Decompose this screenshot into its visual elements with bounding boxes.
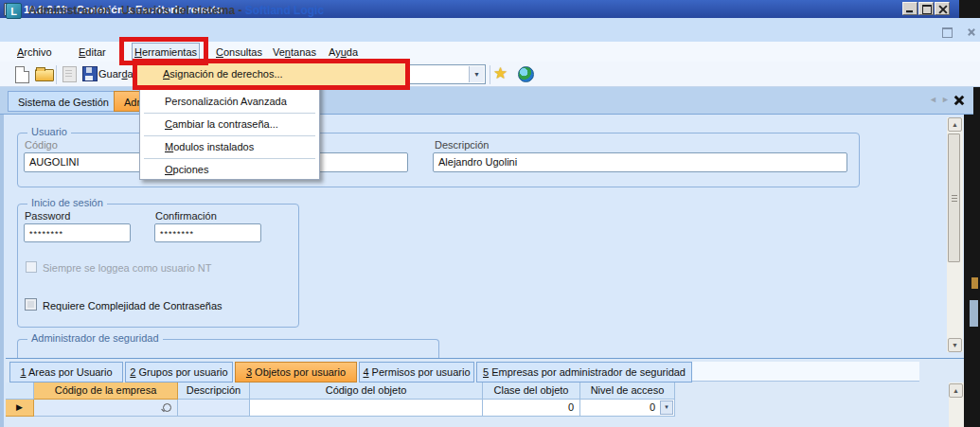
grid-header-codigo-objeto[interactable]: Código del objeto bbox=[250, 383, 483, 400]
save-button-label[interactable]: Guardar bbox=[98, 68, 136, 80]
grid-cell-nivel-acceso[interactable]: 0▼ bbox=[580, 400, 675, 417]
confirmacion-label: Confirmación bbox=[155, 210, 217, 222]
grid-cell-codigo-objeto[interactable] bbox=[250, 400, 483, 417]
desktop-edge-midtop bbox=[973, 87, 980, 115]
administrador-seguridad-group-label: Administrador de seguridad bbox=[27, 332, 163, 344]
app-title-text: Administración - Usuarios del sistema - bbox=[28, 4, 245, 17]
save-icon[interactable] bbox=[82, 66, 98, 81]
tab-close-icon[interactable] bbox=[953, 94, 965, 106]
descripcion-field[interactable]: Alejandro Ugolini bbox=[433, 152, 847, 172]
password-label: Password bbox=[25, 210, 70, 222]
desktop-edge-top bbox=[959, 0, 980, 18]
grid-cell-codigo-empresa[interactable] bbox=[34, 400, 178, 417]
usuario-group-label: Usuario bbox=[27, 126, 71, 137]
chevron-down-icon[interactable]: ▼ bbox=[469, 66, 484, 82]
menu-ventanas[interactable]: Ventanas bbox=[273, 44, 316, 60]
inicio-sesion-group-label: Inicio de sesión bbox=[27, 197, 107, 208]
close-icon bbox=[936, 3, 950, 15]
menu-item-modulos-instalados[interactable]: Modulos instalados bbox=[141, 136, 318, 158]
confirmacion-field[interactable]: ******** bbox=[154, 223, 261, 242]
tab-scroll-right-icon[interactable]: ► bbox=[941, 95, 950, 104]
codigo-label: Código bbox=[25, 139, 58, 151]
grid-scrollbar[interactable]: ▲ bbox=[949, 383, 964, 427]
tab-scroll-left-icon[interactable]: ◄ bbox=[929, 95, 937, 104]
menu-archivo[interactable]: Archivo bbox=[17, 44, 52, 60]
checkbox-complejidad[interactable] bbox=[25, 298, 37, 311]
tab-objetos-por-usuario[interactable]: 3 Objetos por usuario bbox=[235, 362, 357, 383]
softland-logo-icon: L bbox=[6, 3, 22, 19]
grid-row-selector[interactable]: ▶ bbox=[6, 400, 34, 417]
edit-disabled-icon bbox=[62, 66, 77, 82]
grid-header-nivel-acceso[interactable]: Nivel de acceso bbox=[580, 383, 675, 400]
grid-selector-header bbox=[6, 383, 34, 400]
nivel-acceso-dropdown-icon[interactable]: ▼ bbox=[660, 400, 673, 415]
scroll-down-icon[interactable]: ▼ bbox=[948, 338, 962, 352]
tabstrip-filler bbox=[692, 362, 919, 382]
desktop-edge-right bbox=[964, 115, 980, 427]
maximize-button[interactable] bbox=[918, 2, 934, 15]
mdi-close-icon[interactable] bbox=[966, 27, 976, 37]
menu-editar[interactable]: Editar bbox=[79, 44, 106, 60]
remote-desktop-screen: 10.8.2.13 - Conexión a Escritorio remoto… bbox=[0, 0, 980, 427]
scrollbar-thumb[interactable] bbox=[948, 133, 960, 262]
favorites-star-icon[interactable]: ★ bbox=[493, 63, 508, 83]
tab-areas-por-usuario[interactable]: 1 Areas por Usuario bbox=[9, 362, 123, 383]
close-button[interactable] bbox=[935, 2, 950, 15]
security-section: 1 Areas por Usuario 2 Grupos por usuario… bbox=[6, 358, 964, 427]
menu-item-cambiar-contrasena[interactable]: Cambiar la contraseña... bbox=[141, 114, 318, 135]
globe-icon[interactable] bbox=[518, 66, 534, 82]
grid-header-clase-objeto[interactable]: Clase del objeto bbox=[483, 383, 580, 400]
menu-consultas[interactable]: Consultas bbox=[216, 44, 262, 60]
grid-scroll-up-icon[interactable]: ▲ bbox=[949, 383, 963, 398]
grid-cell-clase-objeto[interactable]: 0 bbox=[483, 400, 580, 417]
grid-header-codigo-empresa[interactable]: Código de la empresa bbox=[34, 383, 178, 400]
scroll-up-icon[interactable]: ▲ bbox=[948, 117, 962, 132]
menu-ayuda[interactable]: Ayuda bbox=[329, 44, 358, 60]
app-title: Administración - Usuarios del sistema - … bbox=[28, 4, 324, 17]
toolbar-separator bbox=[56, 65, 57, 84]
tab-permisos-por-usuario[interactable]: 4 Permisos por usuario bbox=[359, 362, 474, 383]
checkbox-loggea-nt-label: Siempre se loggea como usuario NT bbox=[43, 262, 212, 274]
background-window-fragment-2 bbox=[970, 300, 978, 327]
menu-item-personalizacion-avanzada[interactable]: Personalización Avanzada bbox=[141, 91, 318, 113]
new-document-icon[interactable] bbox=[15, 66, 29, 83]
menu-item-opciones[interactable]: Opciones bbox=[141, 159, 318, 181]
menu-item-asignacion-derechos[interactable]: Asignación de derechos... bbox=[163, 68, 283, 80]
grid-cell-descripcion[interactable] bbox=[178, 400, 250, 417]
checkbox-complejidad-label: Requiere Complejidad de Contraseñas bbox=[43, 300, 223, 311]
nivel-acceso-value: 0 bbox=[650, 401, 655, 413]
password-field[interactable]: ******** bbox=[24, 223, 131, 242]
background-window-fragment bbox=[971, 277, 978, 289]
tab-empresas-por-administrador[interactable]: 5 Empresas por administrador de segurida… bbox=[476, 362, 692, 383]
grid-header-descripcion[interactable]: Descripción bbox=[178, 383, 250, 400]
tab-grupos-por-usuario[interactable]: 2 Grupos por usuario bbox=[125, 362, 233, 383]
annotation-box-herramientas bbox=[119, 37, 208, 65]
tab-sistema-de-gestion[interactable]: Sistema de Gestión bbox=[8, 91, 119, 112]
app-title-brand: Softland Logic bbox=[245, 4, 324, 17]
toolbar-separator-2 bbox=[490, 65, 490, 84]
descripcion-label: Descripción bbox=[435, 139, 489, 151]
administrador-seguridad-groupbox: Administrador de seguridad bbox=[17, 339, 439, 358]
mdi-restore-icon[interactable] bbox=[942, 27, 953, 38]
thumb-grip bbox=[952, 198, 957, 199]
checkbox-loggea-nt bbox=[26, 261, 37, 273]
magnifier-icon[interactable] bbox=[163, 403, 171, 412]
mdi-minimize-icon[interactable]: ─ bbox=[906, 8, 913, 18]
open-folder-icon[interactable] bbox=[35, 69, 54, 81]
form-scrollbar[interactable]: ▲ ▼ bbox=[947, 117, 963, 352]
